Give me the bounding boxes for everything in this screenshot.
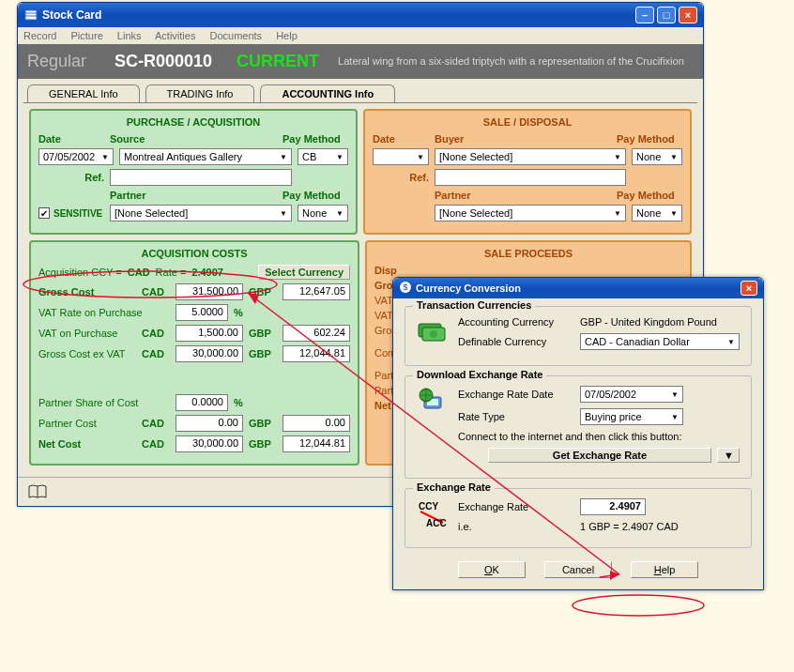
purchase-paymethod-label: Pay Method (282, 133, 341, 145)
connect-text: Connect to the internet and then click t… (458, 431, 681, 442)
sp-net-label: Net (374, 400, 391, 411)
acquisition-costs-panel: ACQUISITION COSTS Acquisition CCY = CAD … (29, 240, 359, 466)
sale-buyer-field[interactable]: [None Selected]▼ (435, 148, 626, 165)
header-description: Lateral wing from a six-sided triptych w… (338, 54, 694, 68)
sp-vat-label: VAT (374, 295, 393, 306)
acq-costs-title: ACQUISITION COSTS (38, 248, 350, 259)
header-status: CURRENT (237, 52, 319, 71)
gross-cost-label: Gross Cost (38, 286, 136, 298)
dropdown-arrow-icon: ▼ (670, 153, 678, 161)
sale-date-field[interactable]: ▼ (373, 148, 429, 165)
vat-rate-field[interactable]: 5.0000 (176, 304, 228, 321)
acc-currency-value: GBP - United Kingdom Pound (580, 316, 717, 328)
svg-point-17 (573, 595, 704, 616)
dropdown-arrow-icon: ▼ (671, 413, 679, 421)
book-icon[interactable] (27, 484, 48, 499)
vat-on-gbp-field[interactable]: 602.24 (282, 325, 350, 342)
rate-type-field[interactable]: Buying price▼ (580, 408, 683, 425)
tab-general[interactable]: GENERAL Info (27, 84, 140, 102)
minimize-button[interactable]: – (635, 7, 654, 23)
sale-buyer-label: Buyer (435, 133, 464, 145)
get-exchange-rate-button[interactable]: Get Exchange Rate (488, 448, 711, 463)
exchange-rate-label: Exchange Rate (458, 501, 571, 512)
menu-help[interactable]: Help (276, 30, 298, 41)
sale-ref-label: Ref. (409, 172, 429, 183)
sale-date-label: Date (373, 133, 395, 145)
header-band: Regular SC-R000010 CURRENT Lateral wing … (18, 44, 703, 79)
menu-documents[interactable]: Documents (209, 30, 262, 41)
svg-text:ACC: ACC (426, 518, 447, 528)
purchase-partner-label: Partner (110, 190, 146, 201)
gross-ex-gbp-field[interactable]: 12,044.81 (282, 345, 350, 362)
exchange-rate-field[interactable]: 2.4907 (580, 498, 646, 515)
exrate-date-field[interactable]: 07/05/2002▼ (580, 386, 683, 403)
download-rate-fieldset: Download Exchange Rate Exchange Rate Dat… (405, 375, 752, 479)
dropdown-arrow-icon: ▼ (101, 153, 109, 161)
close-button[interactable]: × (679, 7, 697, 23)
cancel-button[interactable]: Cancel (544, 561, 612, 578)
sale-ref-field[interactable] (435, 169, 626, 186)
gross-ex-label: Gross Cost ex VAT (38, 348, 136, 359)
vat-rate-label: VAT Rate on Purchase (38, 307, 170, 318)
net-cost-cad-field[interactable]: 30,000.00 (176, 435, 243, 452)
maximize-button[interactable]: □ (657, 7, 676, 23)
download-rate-legend: Download Exchange Rate (413, 369, 546, 380)
select-currency-button[interactable]: Select Currency (258, 265, 350, 280)
def-currency-field[interactable]: CAD - Canadian Dollar▼ (580, 333, 740, 350)
main-titlebar[interactable]: Stock Card – □ × (18, 3, 703, 27)
net-cost-gbp-field[interactable]: 12,044.81 (282, 435, 350, 452)
svg-text:$: $ (403, 283, 407, 292)
rate-options-button[interactable]: ▼ (717, 448, 740, 463)
sale-partner-field[interactable]: [None Selected]▼ (435, 205, 626, 221)
app-icon (23, 8, 38, 23)
purchase-source-field[interactable]: Montreal Antiques Gallery▼ (119, 148, 292, 165)
header-code: SC-R000010 (115, 52, 212, 71)
purchase-paymethod-field[interactable]: CB▼ (298, 148, 348, 165)
vat-on-label: VAT on Purchase (38, 328, 136, 339)
ok-button[interactable]: OK (458, 561, 526, 578)
svg-rect-0 (25, 10, 37, 20)
help-button[interactable]: Help (631, 561, 698, 578)
vat-on-cad-field[interactable]: 1,500.00 (176, 325, 243, 342)
sale-paymethod2-field[interactable]: None▼ (632, 205, 682, 221)
dialog-titlebar[interactable]: $ Currency Conversion × (393, 278, 763, 298)
tab-trading[interactable]: TRADING Info (145, 84, 255, 102)
sensitive-label: SENSITIVE (53, 208, 102, 219)
acq-ccy-text1: Acquisition CCY = (38, 267, 122, 278)
currency-icon: $ (399, 281, 412, 296)
dialog-close-button[interactable]: × (741, 281, 757, 296)
sp-part-label: Part (374, 370, 393, 381)
sale-proceeds-title: SALE PROCEEDS (374, 248, 682, 259)
partner-share-field[interactable]: 0.0000 (176, 394, 228, 411)
sensitive-checkbox[interactable]: ✔ (38, 207, 50, 219)
sale-paymethod2-label: Pay Method (617, 190, 675, 201)
purchase-date-field[interactable]: 07/05/2002▼ (38, 148, 114, 165)
menu-record[interactable]: Record (23, 30, 56, 41)
sale-paymethod-field[interactable]: None▼ (632, 148, 682, 165)
svg-point-10 (430, 330, 437, 338)
ccy1-label: CAD (142, 286, 170, 298)
dropdown-arrow-icon: ▼ (336, 153, 344, 161)
sale-partner-label: Partner (435, 190, 471, 201)
dialog-title: Currency Conversion (416, 283, 738, 294)
gross-ex-cad-field[interactable]: 30,000.00 (176, 345, 243, 362)
rate-type-label: Rate Type (458, 411, 571, 422)
tab-accounting[interactable]: ACCOUNTING Info (260, 84, 395, 102)
purchase-paymethod2-field[interactable]: None▼ (298, 205, 348, 221)
gross-cost-gbp-field[interactable]: 12,647.05 (282, 283, 350, 300)
gross-cost-cad-field[interactable]: 31,500.00 (176, 283, 243, 300)
purchase-partner-field[interactable]: [None Selected]▼ (110, 205, 292, 221)
computer-globe-icon (417, 386, 447, 468)
menu-picture[interactable]: Picture (71, 30, 103, 41)
menu-activities[interactable]: Activities (155, 30, 195, 41)
menu-links[interactable]: Links (117, 30, 142, 41)
partner-share-label: Partner Share of Cost (38, 397, 170, 408)
purchase-ref-field[interactable] (110, 169, 292, 186)
dropdown-arrow-icon: ▼ (614, 209, 621, 218)
def-currency-label: Definable Currency (458, 336, 571, 347)
partner-cost-gbp-field[interactable]: 0.00 (282, 415, 350, 432)
exchange-rate-legend: Exchange Rate (413, 481, 495, 493)
transaction-currencies-fieldset: Transaction Currencies Accounting Curren… (405, 306, 752, 366)
dropdown-arrow-icon: ▼ (670, 209, 678, 218)
partner-cost-cad-field[interactable]: 0.00 (176, 415, 243, 432)
